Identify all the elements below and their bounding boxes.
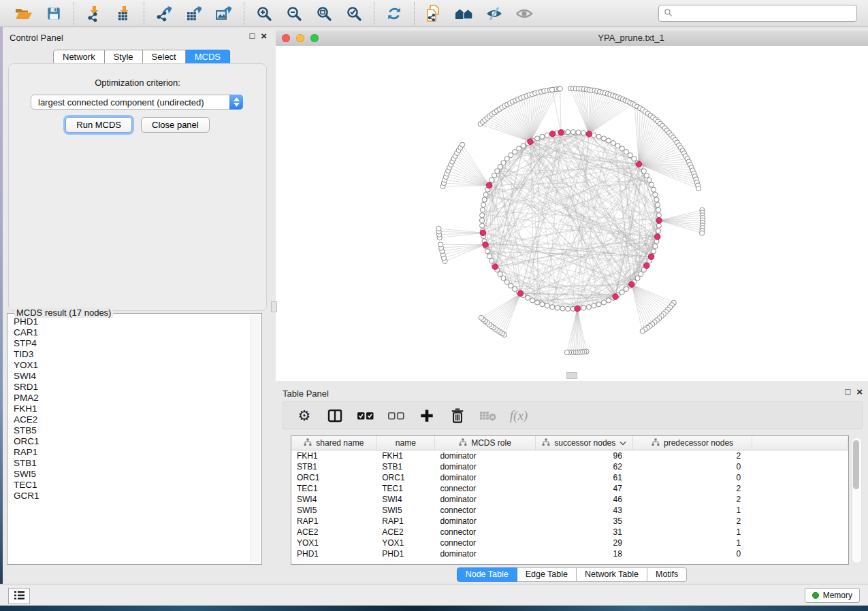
cell[interactable]: RAP1 xyxy=(291,516,376,527)
table-row[interactable]: SWI5SWI5connector431 xyxy=(291,505,848,516)
network-node[interactable] xyxy=(606,298,611,303)
network-node[interactable] xyxy=(596,302,601,307)
cell[interactable] xyxy=(752,450,848,462)
search-box[interactable] xyxy=(658,5,857,22)
mcds-result-item[interactable]: SWI5 xyxy=(14,469,250,480)
clone-network-button[interactable] xyxy=(423,3,445,24)
cell[interactable]: ACE2 xyxy=(376,527,434,538)
tab-mcds[interactable]: MCDS xyxy=(186,50,230,65)
cell[interactable]: 96 xyxy=(536,450,633,462)
cell[interactable]: 1 xyxy=(633,527,752,538)
network-node[interactable] xyxy=(489,178,494,182)
network-node[interactable] xyxy=(509,283,513,288)
cell[interactable]: 2 xyxy=(633,450,752,462)
optimization-select[interactable]: largest connected component (undirected) xyxy=(31,95,243,110)
network-node[interactable] xyxy=(700,231,705,235)
network-node[interactable] xyxy=(501,276,506,280)
network-node[interactable] xyxy=(632,156,637,161)
mcds-node[interactable] xyxy=(586,131,592,137)
network-node[interactable] xyxy=(513,286,517,291)
network-node[interactable] xyxy=(550,305,555,310)
window-close-button[interactable] xyxy=(282,34,290,42)
mcds-result-item[interactable]: PHD1 xyxy=(14,316,250,327)
network-node[interactable] xyxy=(549,87,554,92)
cell[interactable]: YOX1 xyxy=(291,538,376,548)
mcds-node[interactable] xyxy=(629,282,634,287)
network-node[interactable] xyxy=(504,156,509,161)
network-node[interactable] xyxy=(479,218,484,222)
network-node[interactable] xyxy=(504,280,509,284)
network-node[interactable] xyxy=(535,136,540,141)
mcds-result-item[interactable]: GCR1 xyxy=(14,491,250,501)
mcds-node[interactable] xyxy=(517,291,523,296)
network-node[interactable] xyxy=(566,130,570,135)
cell[interactable]: 61 xyxy=(536,472,633,483)
float-icon[interactable]: □ xyxy=(845,387,850,397)
network-node[interactable] xyxy=(641,169,646,174)
export-table-button[interactable] xyxy=(183,3,205,24)
mcds-node[interactable] xyxy=(483,242,488,247)
table-row[interactable]: RAP1RAP1dominator352 xyxy=(291,516,848,527)
run-mcds-button[interactable]: Run MCDS xyxy=(65,117,132,133)
mcds-result-scrollbar[interactable] xyxy=(251,315,260,563)
cell[interactable] xyxy=(752,461,848,472)
network-node[interactable] xyxy=(492,173,497,178)
cell[interactable]: PHD1 xyxy=(291,548,376,559)
mcds-result-item[interactable]: STP4 xyxy=(14,338,250,349)
table-row[interactable]: YOX1YOX1connector291 xyxy=(291,538,848,548)
mcds-node[interactable] xyxy=(528,139,533,144)
network-node[interactable] xyxy=(540,134,545,139)
mcds-node[interactable] xyxy=(613,294,618,299)
cell[interactable]: dominator xyxy=(434,494,535,505)
mcds-result-item[interactable]: CAR1 xyxy=(14,327,250,338)
mcds-node[interactable] xyxy=(575,306,580,311)
network-node[interactable] xyxy=(566,306,570,311)
network-node[interactable] xyxy=(483,192,488,197)
zoom-fit-button[interactable] xyxy=(313,3,335,24)
cell[interactable]: 1 xyxy=(633,505,752,516)
panel-selector-button[interactable] xyxy=(8,588,30,604)
cell[interactable]: connector xyxy=(434,538,535,548)
network-node[interactable] xyxy=(656,229,661,233)
network-node[interactable] xyxy=(509,153,513,158)
tab-style[interactable]: Style xyxy=(105,50,143,65)
table-row[interactable]: FKH1FKH1dominator962 xyxy=(291,450,848,462)
cell[interactable]: connector xyxy=(434,483,535,494)
refresh-layout-button[interactable] xyxy=(383,3,405,24)
network-node[interactable] xyxy=(558,86,562,91)
cell[interactable]: 47 xyxy=(536,483,633,494)
cell[interactable]: SWI4 xyxy=(291,494,376,505)
network-node[interactable] xyxy=(601,300,606,305)
add-column-button[interactable] xyxy=(417,406,436,425)
cell[interactable]: connector xyxy=(434,527,535,538)
mcds-result-item[interactable]: TID3 xyxy=(14,349,250,360)
cell[interactable] xyxy=(752,483,848,494)
network-node[interactable] xyxy=(581,306,586,310)
cell[interactable]: dominator xyxy=(434,548,535,559)
cell[interactable]: dominator xyxy=(434,472,535,483)
cell[interactable]: YOX1 xyxy=(376,538,434,548)
network-node[interactable] xyxy=(460,142,465,147)
network-node[interactable] xyxy=(596,134,601,139)
hide-selected-button[interactable] xyxy=(483,3,505,24)
export-image-button[interactable] xyxy=(213,3,235,24)
mcds-node[interactable] xyxy=(549,131,555,137)
cell[interactable] xyxy=(752,516,848,527)
network-node[interactable] xyxy=(606,138,611,143)
tab-select[interactable]: Select xyxy=(143,50,186,65)
first-neighbors-button[interactable] xyxy=(453,3,475,24)
network-node[interactable] xyxy=(628,153,632,158)
network-node[interactable] xyxy=(498,165,502,169)
cell[interactable] xyxy=(752,472,848,483)
network-node[interactable] xyxy=(501,161,506,165)
network-node[interactable] xyxy=(482,197,487,202)
import-table-button[interactable] xyxy=(113,3,135,24)
network-node[interactable] xyxy=(656,223,661,228)
network-node[interactable] xyxy=(653,192,658,197)
column-header-MCDS-role[interactable]: MCDS role xyxy=(434,436,535,450)
table-row[interactable]: ORC1ORC1dominator610 xyxy=(291,472,848,483)
cell[interactable]: ORC1 xyxy=(376,472,434,483)
network-node[interactable] xyxy=(479,315,483,320)
network-node[interactable] xyxy=(517,146,521,151)
cell[interactable] xyxy=(752,548,848,559)
